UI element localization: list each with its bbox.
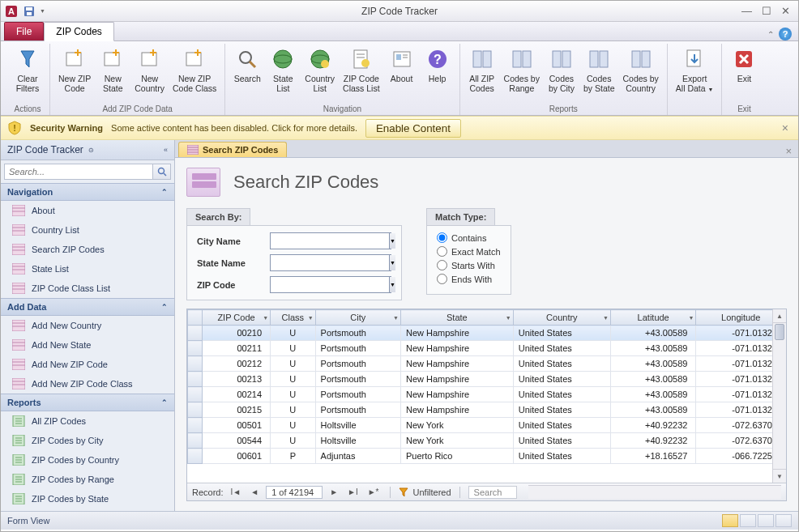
codes-city-button[interactable]: Codesby City	[545, 44, 579, 103]
cell-city[interactable]: Holtsville	[315, 433, 400, 449]
cell-city[interactable]: Portsmouth	[315, 326, 400, 341]
cell-class[interactable]: U	[271, 356, 316, 372]
new-country-button[interactable]: NewCountry	[131, 44, 168, 103]
cell-lat[interactable]: +40.92232	[610, 433, 695, 449]
vertical-scrollbar[interactable]: ▲ ▼	[772, 309, 786, 483]
cell-class[interactable]: U	[271, 372, 316, 387]
help-icon[interactable]: ?	[779, 28, 792, 40]
navpane-item[interactable]: State List	[1, 259, 174, 279]
cell-city[interactable]: Portsmouth	[315, 356, 400, 372]
column-dropdown-icon[interactable]: ▼	[263, 315, 268, 321]
cell-zip[interactable]: 00210	[203, 326, 271, 341]
cell-city[interactable]: Portsmouth	[315, 341, 400, 356]
dropdown-icon[interactable]: ⊙	[88, 147, 94, 154]
record-position[interactable]: 1 of 42194	[266, 486, 323, 499]
file-tab[interactable]: File	[4, 22, 44, 40]
dropdown-icon[interactable]: ▼	[389, 277, 395, 292]
navpane-group-header[interactable]: Add Data⌃	[1, 298, 174, 316]
new-state-button[interactable]: NewState	[96, 44, 130, 103]
row-selector-header[interactable]	[188, 310, 203, 326]
clear-filters-button[interactable]: ClearFilters	[11, 44, 45, 103]
column-header[interactable]: State▼	[400, 310, 513, 326]
column-header[interactable]: City▼	[315, 310, 400, 326]
row-selector[interactable]	[188, 387, 203, 402]
navpane-item[interactable]: All ZIP Codes	[1, 411, 174, 431]
navpane-item[interactable]: ZIP Codes by State	[1, 489, 174, 509]
form-view-button[interactable]	[722, 514, 738, 527]
cell-lat[interactable]: +40.92232	[610, 418, 695, 433]
filter-status[interactable]: Unfiltered	[413, 487, 451, 497]
match-option[interactable]: Contains	[437, 232, 501, 243]
ribbon-toggle-icon[interactable]: ⌃	[767, 30, 774, 39]
zip-class-list-button[interactable]: ZIP CodeClass List	[340, 44, 383, 103]
navpane-item[interactable]: ZIP Code Class List	[1, 279, 174, 298]
match-option[interactable]: Ends With	[437, 274, 501, 284]
collapse-icon[interactable]: ⌃	[161, 188, 168, 196]
cell-country[interactable]: United States	[513, 387, 610, 402]
warning-message[interactable]: Some active content has been disabled. C…	[111, 123, 357, 133]
cell-zip[interactable]: 00501	[203, 418, 271, 433]
codes-range-button[interactable]: Codes byRange	[501, 44, 543, 103]
cell-class[interactable]: U	[271, 402, 316, 418]
match-radio[interactable]	[437, 246, 447, 257]
table-row[interactable]: 00215UPortsmouthNew HampshireUnited Stat…	[188, 402, 786, 418]
codes-country-button[interactable]: Codes byCountry	[619, 44, 661, 103]
column-dropdown-icon[interactable]: ▼	[688, 315, 694, 321]
navpane-header[interactable]: ZIP Code Tracker ⊙ «	[1, 140, 174, 160]
cell-state[interactable]: New Hampshire	[400, 341, 513, 356]
state-list-button[interactable]: StateList	[266, 44, 300, 103]
cell-city[interactable]: Adjuntas	[315, 449, 400, 464]
next-record-button[interactable]: ►	[327, 487, 340, 496]
match-radio[interactable]	[437, 232, 447, 243]
collapse-icon[interactable]: ⌃	[161, 303, 168, 311]
cell-country[interactable]: United States	[513, 356, 610, 372]
cell-zip[interactable]: 00544	[203, 433, 271, 449]
column-dropdown-icon[interactable]: ▼	[308, 315, 314, 321]
cell-zip[interactable]: 00214	[203, 387, 271, 402]
cell-state[interactable]: New Hampshire	[400, 356, 513, 372]
warning-close-icon[interactable]: ×	[779, 121, 792, 134]
scrollbar-thumb[interactable]	[775, 324, 784, 340]
datasheet-view-button[interactable]	[740, 514, 756, 527]
design-view-button[interactable]	[776, 514, 792, 527]
table-row[interactable]: 00210UPortsmouthNew HampshireUnited Stat…	[188, 326, 786, 341]
cell-state[interactable]: New Hampshire	[400, 372, 513, 387]
maximize-button[interactable]: ☐	[762, 5, 771, 17]
new-zip-code-button[interactable]: New ZIPCode	[55, 44, 94, 103]
column-header[interactable]: Class▼	[271, 310, 316, 326]
scroll-down-icon[interactable]: ▼	[773, 469, 786, 483]
cell-class[interactable]: U	[271, 418, 316, 433]
table-row[interactable]: 00214UPortsmouthNew HampshireUnited Stat…	[188, 387, 786, 402]
save-icon[interactable]	[22, 4, 36, 19]
cell-class[interactable]: U	[271, 433, 316, 449]
cell-state[interactable]: New York	[400, 418, 513, 433]
cell-country[interactable]: United States	[513, 449, 610, 464]
export-button[interactable]: ExportAll Data ▼	[673, 44, 717, 112]
cell-lat[interactable]: +43.00589	[610, 326, 695, 341]
codes-state-button[interactable]: Codesby State	[580, 44, 618, 103]
row-selector[interactable]	[188, 372, 203, 387]
cell-lat[interactable]: +43.00589	[610, 356, 695, 372]
cell-city[interactable]: Portsmouth	[315, 402, 400, 418]
cell-lat[interactable]: +18.16527	[610, 449, 695, 464]
row-selector[interactable]	[188, 402, 203, 418]
city-name-input[interactable]: ▼	[270, 232, 391, 249]
navpane-item[interactable]: ZIP Codes by Country	[1, 450, 174, 470]
cell-class[interactable]: U	[271, 341, 316, 356]
filter-icon[interactable]	[399, 487, 408, 497]
dropdown-icon[interactable]: ▼	[389, 255, 395, 270]
cell-lat[interactable]: +43.00589	[610, 341, 695, 356]
layout-view-button[interactable]	[758, 514, 774, 527]
cell-zip[interactable]: 00213	[203, 372, 271, 387]
column-dropdown-icon[interactable]: ▼	[506, 315, 511, 321]
cell-country[interactable]: United States	[513, 341, 610, 356]
close-button[interactable]: ✕	[781, 5, 790, 17]
cell-lat[interactable]: +43.00589	[610, 372, 695, 387]
cell-lat[interactable]: +43.00589	[610, 402, 695, 418]
row-selector[interactable]	[188, 326, 203, 341]
row-selector[interactable]	[188, 449, 203, 464]
cell-city[interactable]: Holtsville	[315, 418, 400, 433]
scroll-up-icon[interactable]: ▲	[773, 309, 786, 323]
cell-zip[interactable]: 00211	[203, 341, 271, 356]
navpane-item[interactable]: Add New Country	[1, 316, 174, 335]
